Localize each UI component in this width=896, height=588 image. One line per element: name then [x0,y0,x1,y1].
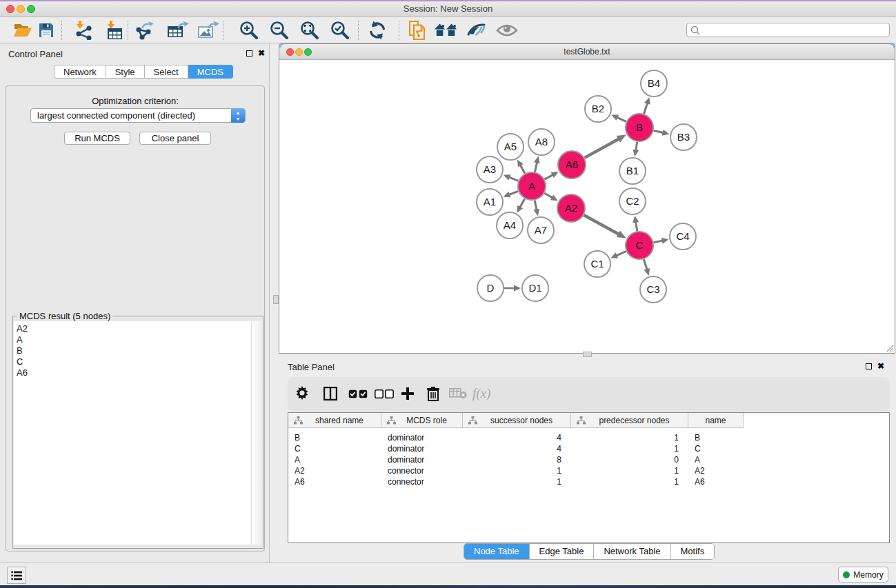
table-tab-motifs[interactable]: Motifs [670,544,715,559]
table-cell[interactable]: 1 [571,443,679,454]
zoom-window-button[interactable] [27,5,35,13]
edge-B-B1[interactable] [636,142,637,152]
edge-C-C3[interactable] [644,259,647,270]
edge-A-A8[interactable] [535,161,537,172]
edge-B-B2[interactable] [616,117,626,121]
table-cell[interactable]: A2 [295,465,305,476]
edge-C-C2[interactable] [635,221,637,232]
mcds-result-list[interactable]: A2ABCA6 [14,321,252,545]
network-minimize-button[interactable] [295,48,303,56]
control-tab-style[interactable]: Style [106,65,145,79]
edge-A-A6[interactable] [545,174,554,179]
table-cell[interactable]: connector [388,476,424,487]
horizontal-splitter-handle[interactable] [583,352,592,357]
zoom-out-icon[interactable] [268,20,291,41]
export-network-icon[interactable] [133,20,157,41]
mcds-result-item[interactable]: C [17,356,252,367]
zoom-in-icon[interactable] [237,20,261,41]
zoom-selected-icon[interactable] [328,20,352,41]
vertical-splitter-handle[interactable] [273,295,279,304]
table-close-panel-icon[interactable]: ✖ [877,363,884,369]
export-table-icon[interactable] [167,20,190,41]
export-image-icon[interactable] [197,20,221,41]
minimize-window-button[interactable] [17,5,25,13]
table-cell[interactable]: 1 [571,465,679,476]
edge-A-A4[interactable] [519,199,525,207]
table-settings-icon[interactable] [295,384,310,403]
close-panel-icon[interactable]: ✖ [258,50,265,57]
run-mcds-button[interactable]: Run MCDS [64,132,130,145]
table-cell[interactable]: 0 [571,454,679,465]
save-session-icon[interactable] [34,20,58,41]
optimization-criterion-dropdown[interactable]: largest connected component (directed) ▲… [30,108,246,123]
clone-network-icon[interactable] [406,20,429,41]
close-window-button[interactable] [6,5,14,13]
table-cell[interactable]: B [295,432,300,443]
edge-C-C4[interactable] [654,241,664,243]
table-cell[interactable]: dominator [388,454,424,465]
add-column-icon[interactable] [401,384,415,403]
float-panel-icon[interactable] [246,50,252,57]
table-tab-edge-table[interactable]: Edge Table [529,544,594,559]
table-cell[interactable]: C [295,443,301,454]
select-all-columns-icon[interactable] [348,384,368,403]
edge-B-B4[interactable] [644,103,648,114]
table-cell[interactable]: 1 [463,465,561,476]
show-panels-list-button[interactable] [7,567,26,584]
mcds-result-item[interactable]: B [17,345,252,356]
search-input[interactable] [686,23,890,37]
edge-A-A7[interactable] [535,201,537,211]
edge-B-B3[interactable] [654,130,664,132]
column-header-MCDS-role[interactable]: MCDS role [381,413,463,428]
network-graph-canvas[interactable]: B4B2BB3B1A5A8A6A3AA1A2A4A7C2C4CC1C3DD1 [279,61,895,354]
function-builder-icon[interactable]: f(x) [472,384,490,403]
table-cell[interactable]: dominator [388,443,424,454]
edge-A2-C[interactable] [584,215,619,234]
delete-table-icon[interactable] [449,384,467,403]
table-cell[interactable]: A6 [695,476,705,487]
unselect-all-columns-icon[interactable] [375,384,394,403]
table-cell[interactable]: A [295,454,300,465]
zoom-fit-icon[interactable] [298,20,321,41]
column-header-name[interactable]: name [688,413,744,428]
mcds-result-item[interactable]: A6 [17,367,252,378]
table-cell[interactable]: 1 [571,432,679,443]
network-close-button[interactable] [286,48,294,56]
show-graphics-details-icon[interactable] [465,20,488,41]
table-cell[interactable]: C [695,443,701,454]
network-zoom-button[interactable] [304,48,312,56]
table-cell[interactable]: B [695,432,700,443]
edge-A-A2[interactable] [544,193,553,198]
edge-A-A3[interactable] [508,177,518,181]
table-cell[interactable]: A [695,454,700,465]
table-cell[interactable]: 8 [463,454,561,465]
table-cell[interactable]: A2 [695,465,705,476]
control-tab-select[interactable]: Select [145,65,188,79]
edge-A-A5[interactable] [520,164,525,173]
table-cell[interactable]: 4 [463,443,561,454]
table-cell[interactable]: dominator [388,432,424,443]
table-cell[interactable]: A6 [295,476,305,487]
mcds-result-item[interactable]: A2 [17,323,252,334]
table-cell[interactable]: 4 [463,432,561,443]
mcds-result-item[interactable]: A [17,334,252,345]
column-header-successor-nodes[interactable]: successor nodes [463,413,571,428]
table-cell[interactable]: connector [388,465,424,476]
table-cell[interactable]: 1 [571,476,679,487]
mcds-result-scrollbar[interactable] [251,321,262,545]
edge-A-A1[interactable] [508,191,518,194]
show-hide-panel-icon[interactable] [495,20,519,41]
table-cell[interactable]: 1 [463,476,561,487]
column-header-shared-name[interactable]: shared name [288,413,381,428]
refresh-layout-icon[interactable] [366,20,389,41]
memory-button[interactable]: Memory [838,567,888,582]
open-session-icon[interactable] [11,20,34,41]
edge-A6-B[interactable] [584,139,619,158]
edge-C-C1[interactable] [616,251,626,256]
close-panel-button[interactable]: Close panel [139,132,211,145]
table-tab-network-table[interactable]: Network Table [593,544,670,559]
home-layout-icon[interactable] [435,20,458,41]
table-float-panel-icon[interactable] [866,363,872,369]
window-resize-grip[interactable] [884,343,894,352]
show-columns-icon[interactable] [323,384,337,403]
